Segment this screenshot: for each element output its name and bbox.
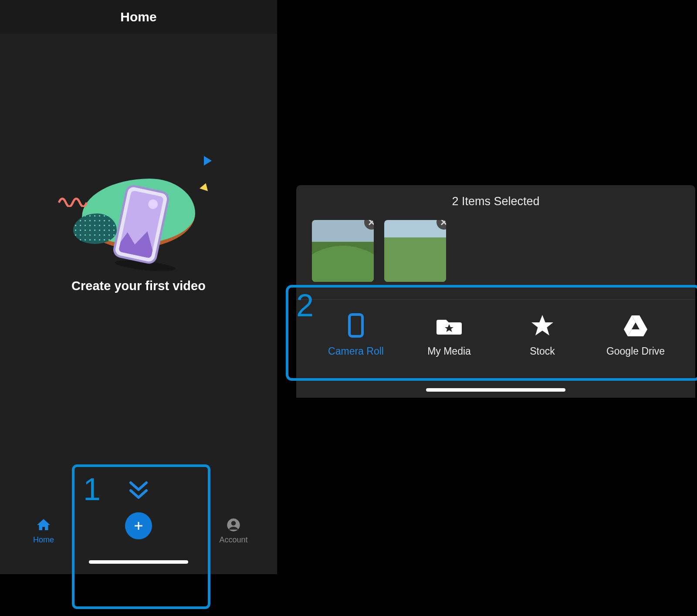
home-icon [36,517,51,533]
close-icon [368,220,374,226]
svg-point-3 [231,521,236,526]
empty-illustration [73,166,204,266]
selected-thumb-2[interactable] [384,220,446,282]
divider [296,299,695,300]
nav-home-label: Home [33,535,54,545]
tab-my-media[interactable]: My Media [406,311,493,357]
home-screen: Home Create your first video Home [0,0,277,574]
tab-label: My Media [427,345,471,357]
svg-marker-10 [531,315,553,335]
hint-chevrons-icon [126,485,151,501]
tab-camera-roll[interactable]: Camera Roll [312,311,399,357]
folder-star-icon [436,311,462,339]
bottom-nav: Home Account [0,508,277,545]
sheet-title: 2 Items Selected [296,185,695,208]
tab-stock[interactable]: Stock [499,311,586,357]
media-source-tabs: Camera Roll My Media Stock [296,311,695,357]
page-title: Home [120,10,156,24]
drive-icon [623,311,648,339]
nav-account-label: Account [219,535,247,545]
empty-state: Create your first video [71,166,206,293]
selected-thumb-1[interactable] [312,220,374,282]
empty-state-text: Create your first video [71,279,206,293]
svg-rect-8 [349,315,362,336]
close-icon [440,220,446,226]
home-indicator [426,388,565,392]
home-indicator [89,560,188,564]
nav-account[interactable]: Account [207,517,260,545]
header: Home [0,0,277,34]
phone-icon [348,311,364,339]
star-icon [531,311,554,339]
tab-google-drive[interactable]: Google Drive [592,311,679,357]
nav-home[interactable]: Home [17,517,70,545]
tab-label: Stock [530,345,555,357]
account-icon [226,517,241,533]
media-picker-sheet: 2 Items Selected Camera Roll [296,185,695,398]
tab-label: Google Drive [606,345,665,357]
tab-label: Camera Roll [328,345,384,357]
selected-items-row [312,220,446,282]
